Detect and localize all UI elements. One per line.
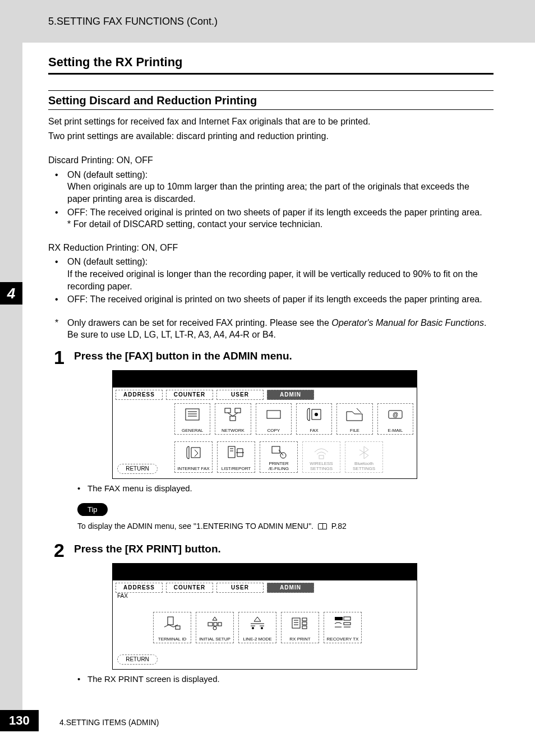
svg-text:@: @: [393, 412, 398, 418]
svg-rect-24: [214, 623, 217, 626]
svg-rect-21: [168, 617, 173, 625]
discard-off-item: OFF: The received original is printed on…: [48, 206, 494, 231]
fax-button[interactable]: FAX: [296, 403, 332, 435]
step-1: 1 Press the [FAX] button in the ADMIN me…: [48, 350, 494, 531]
divider-thin: [48, 109, 494, 110]
general-icon: [182, 406, 202, 423]
tab-user[interactable]: USER: [216, 390, 264, 400]
svg-rect-39: [344, 623, 350, 625]
tab-user[interactable]: USER: [216, 583, 264, 593]
screen-titlebar: [113, 371, 417, 388]
terminal-id-button[interactable]: TERMINAL ID: [153, 612, 191, 643]
line-2-mode-icon: [247, 615, 268, 631]
svg-rect-34: [302, 618, 307, 621]
page-header: 5.SETTING FAX FUNCTIONS (Cont.): [0, 0, 535, 43]
list-report-button[interactable]: LIST/REPORT: [217, 441, 255, 473]
bluetooth-settings-button[interactable]: Bluetooth SETTINGS: [345, 441, 383, 473]
heading-1: Setting the RX Printing: [48, 55, 494, 70]
discard-note: * For detail of DISCARD setting, contact…: [67, 218, 494, 231]
discard-on-item: ON (default setting): When originals are…: [48, 169, 494, 205]
page-number: 130: [0, 710, 39, 731]
fax-icon: [304, 406, 324, 423]
svg-point-28: [252, 627, 254, 629]
svg-rect-22: [176, 626, 180, 629]
tab-address[interactable]: ADDRESS: [116, 583, 163, 593]
discard-on-text: When originals are up to 10mm larger tha…: [67, 182, 469, 204]
tab-counter[interactable]: COUNTER: [166, 390, 213, 400]
copy-button[interactable]: COPY: [256, 403, 292, 435]
tab-address[interactable]: ADDRESS: [116, 390, 163, 400]
tip-text: To display the ADMIN menu, see "1.ENTERI…: [48, 522, 494, 531]
step-2-number: 2: [54, 540, 64, 561]
rx-off-text: OFF: The received original is printed on…: [67, 294, 482, 304]
svg-rect-20: [319, 455, 324, 459]
svg-point-29: [261, 627, 263, 629]
list-report-icon: [226, 444, 246, 461]
discard-title: Discard Printing: ON, OFF: [48, 154, 494, 167]
chapter-tab: 4: [0, 282, 22, 305]
rx-on-label: ON (default setting):: [67, 257, 147, 266]
wireless-settings-button[interactable]: WIRELESS SETTINGS: [302, 441, 340, 473]
star-note: Only drawers can be set for received FAX…: [48, 317, 494, 341]
divider-thick: [48, 73, 494, 75]
step-2-title: Press the [RX PRINT] button.: [48, 543, 494, 555]
rx-print-button[interactable]: RX PRINT: [281, 612, 319, 643]
network-icon: [223, 406, 243, 423]
internet-fax-icon: [183, 444, 204, 461]
discard-on-label: ON (default setting):: [67, 170, 147, 179]
step-2-sub: The RX PRINT screen is displayed.: [48, 674, 494, 684]
svg-rect-4: [225, 408, 230, 413]
recovery-tx-button[interactable]: RECOVERY TX: [324, 612, 362, 643]
printer-efiling-button[interactable]: PRINTER /E-FILING: [260, 441, 298, 473]
intro-text-2: Two print settings are available: discar…: [48, 130, 494, 142]
fax-label: FAX: [117, 593, 128, 599]
file-icon: [344, 406, 365, 423]
star-note-a: Only drawers can be set for received FAX…: [67, 318, 331, 328]
tip-text-a: To display the ADMIN menu, see "1.ENTERI…: [77, 522, 313, 531]
tab-admin[interactable]: ADMIN: [267, 390, 314, 400]
printer-efiling-icon: [269, 444, 289, 461]
recovery-tx-icon: [333, 615, 353, 631]
svg-point-10: [315, 413, 318, 416]
return-button[interactable]: RETURN: [117, 654, 158, 665]
internet-fax-button[interactable]: INTERNET FAX: [174, 441, 213, 473]
email-button[interactable]: @E-MAIL: [377, 403, 413, 435]
svg-rect-13: [228, 446, 235, 458]
line-2-mode-button[interactable]: LINE-2 MODE: [238, 612, 276, 643]
rx-on-text: If the received original is longer than …: [67, 269, 478, 291]
general-button[interactable]: GENERAL: [174, 403, 210, 435]
step-2: 2 Press the [RX PRINT] button. ADDRESS C…: [48, 543, 494, 684]
svg-rect-25: [218, 623, 222, 626]
book-icon: [318, 523, 327, 529]
step-1-title: Press the [FAX] button in the ADMIN menu…: [48, 350, 494, 362]
tip-text-b: P.82: [331, 522, 347, 531]
svg-rect-23: [208, 623, 213, 626]
discard-off-text: OFF: The received original is printed on…: [67, 208, 482, 217]
rx-on-item: ON (default setting): If the received or…: [48, 256, 494, 292]
tab-counter[interactable]: COUNTER: [166, 583, 213, 593]
file-button[interactable]: FILE: [336, 403, 372, 435]
bluetooth-icon: [354, 444, 374, 461]
svg-rect-38: [344, 617, 350, 620]
email-icon: @: [385, 406, 405, 423]
tab-admin[interactable]: ADMIN: [267, 583, 314, 593]
copy-icon: [264, 406, 284, 423]
svg-rect-9: [267, 411, 280, 418]
admin-screen: ADDRESS COUNTER USER ADMIN GENERAL NETWO…: [112, 370, 417, 479]
heading-2: Setting Discard and Reduction Printing: [48, 94, 494, 107]
initial-setup-button[interactable]: INITIAL SETUP: [196, 612, 234, 643]
svg-line-7: [228, 413, 233, 416]
svg-point-26: [213, 626, 216, 630]
screen-titlebar: [113, 564, 417, 580]
network-button[interactable]: NETWORK: [215, 403, 251, 435]
side-column: 4: [0, 43, 22, 716]
intro-text-1: Set print settings for received fax and …: [48, 116, 494, 128]
star-note-italic: Operator's Manual for Basic Functions: [331, 318, 484, 328]
svg-rect-36: [302, 626, 307, 629]
svg-rect-0: [186, 409, 199, 420]
rx-off-item: OFF: The received original is printed on…: [48, 293, 494, 306]
svg-rect-37: [335, 617, 343, 620]
return-button[interactable]: RETURN: [117, 464, 158, 474]
divider-thin-top: [48, 90, 494, 91]
terminal-id-icon: [162, 615, 182, 631]
